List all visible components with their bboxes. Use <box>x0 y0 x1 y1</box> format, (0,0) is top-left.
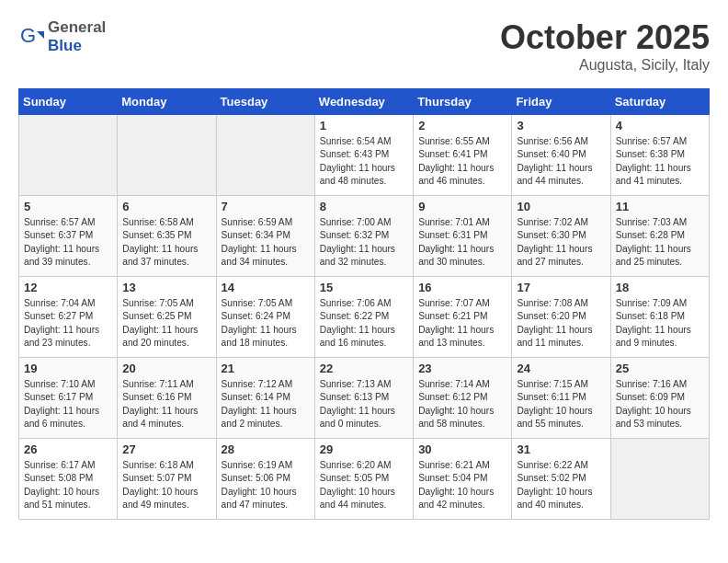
day-info: Sunrise: 6:59 AM Sunset: 6:34 PM Dayligh… <box>222 216 310 269</box>
title-block: October 2025 Augusta, Sicily, Italy <box>500 18 710 74</box>
day-info: Sunrise: 6:54 AM Sunset: 6:43 PM Dayligh… <box>320 135 408 188</box>
calendar-cell: 23Sunrise: 7:14 AM Sunset: 6:12 PM Dayli… <box>414 358 512 439</box>
day-number: 30 <box>418 442 506 456</box>
weekday-header: Tuesday <box>216 89 314 115</box>
calendar-cell <box>216 115 314 196</box>
day-info: Sunrise: 6:20 AM Sunset: 5:05 PM Dayligh… <box>320 459 408 511</box>
calendar-week-row: 1Sunrise: 6:54 AM Sunset: 6:43 PM Daylig… <box>19 115 710 196</box>
calendar-cell: 20Sunrise: 7:11 AM Sunset: 6:16 PM Dayli… <box>118 358 216 439</box>
calendar-header-row: SundayMondayTuesdayWednesdayThursdayFrid… <box>19 89 710 115</box>
day-info: Sunrise: 7:15 AM Sunset: 6:11 PM Dayligh… <box>517 378 605 431</box>
calendar-cell: 24Sunrise: 7:15 AM Sunset: 6:11 PM Dayli… <box>512 358 610 439</box>
day-info: Sunrise: 7:13 AM Sunset: 6:13 PM Dayligh… <box>320 378 408 431</box>
calendar-cell <box>19 115 118 196</box>
logo: G General Blue <box>18 18 106 55</box>
calendar-cell: 22Sunrise: 7:13 AM Sunset: 6:13 PM Dayli… <box>314 358 413 439</box>
calendar-cell: 16Sunrise: 7:07 AM Sunset: 6:21 PM Dayli… <box>414 277 512 358</box>
logo-icon: G <box>18 24 44 50</box>
calendar-cell: 5Sunrise: 6:57 AM Sunset: 6:37 PM Daylig… <box>19 196 118 277</box>
day-number: 13 <box>122 281 210 294</box>
page-header: G General Blue October 2025 Augusta, Sic… <box>18 18 710 74</box>
day-number: 31 <box>517 442 605 456</box>
day-number: 5 <box>24 200 112 213</box>
day-info: Sunrise: 7:01 AM Sunset: 6:31 PM Dayligh… <box>418 216 506 269</box>
day-info: Sunrise: 6:55 AM Sunset: 6:41 PM Dayligh… <box>418 135 506 188</box>
weekday-header: Saturday <box>610 89 709 115</box>
day-info: Sunrise: 6:57 AM Sunset: 6:38 PM Dayligh… <box>616 135 704 188</box>
weekday-header: Monday <box>118 89 216 115</box>
calendar-week-row: 5Sunrise: 6:57 AM Sunset: 6:37 PM Daylig… <box>19 196 710 277</box>
day-number: 6 <box>122 200 210 213</box>
day-info: Sunrise: 6:19 AM Sunset: 5:06 PM Dayligh… <box>222 459 310 511</box>
day-info: Sunrise: 6:22 AM Sunset: 5:02 PM Dayligh… <box>517 459 605 511</box>
calendar-cell: 19Sunrise: 7:10 AM Sunset: 6:17 PM Dayli… <box>19 358 118 439</box>
calendar-cell: 28Sunrise: 6:19 AM Sunset: 5:06 PM Dayli… <box>216 439 314 520</box>
calendar-cell: 31Sunrise: 6:22 AM Sunset: 5:02 PM Dayli… <box>512 439 610 520</box>
calendar-cell: 11Sunrise: 7:03 AM Sunset: 6:28 PM Dayli… <box>610 196 709 277</box>
day-number: 8 <box>320 200 408 213</box>
day-number: 20 <box>122 362 210 375</box>
calendar-cell: 26Sunrise: 6:17 AM Sunset: 5:08 PM Dayli… <box>19 439 118 520</box>
day-number: 4 <box>616 119 704 132</box>
calendar-cell: 8Sunrise: 7:00 AM Sunset: 6:32 PM Daylig… <box>314 196 413 277</box>
day-info: Sunrise: 7:07 AM Sunset: 6:21 PM Dayligh… <box>418 297 506 350</box>
calendar-cell: 17Sunrise: 7:08 AM Sunset: 6:20 PM Dayli… <box>512 277 610 358</box>
day-number: 3 <box>517 119 605 132</box>
day-number: 14 <box>222 281 310 294</box>
day-info: Sunrise: 6:56 AM Sunset: 6:40 PM Dayligh… <box>517 135 605 188</box>
location-title: Augusta, Sicily, Italy <box>500 57 710 74</box>
logo-general: General <box>48 18 106 36</box>
day-info: Sunrise: 7:00 AM Sunset: 6:32 PM Dayligh… <box>320 216 408 269</box>
calendar-cell: 29Sunrise: 6:20 AM Sunset: 5:05 PM Dayli… <box>314 439 413 520</box>
calendar-week-row: 12Sunrise: 7:04 AM Sunset: 6:27 PM Dayli… <box>19 277 710 358</box>
day-number: 10 <box>517 200 605 213</box>
day-info: Sunrise: 7:03 AM Sunset: 6:28 PM Dayligh… <box>616 216 704 269</box>
calendar-week-row: 19Sunrise: 7:10 AM Sunset: 6:17 PM Dayli… <box>19 358 710 439</box>
calendar-cell: 30Sunrise: 6:21 AM Sunset: 5:04 PM Dayli… <box>414 439 512 520</box>
day-info: Sunrise: 7:08 AM Sunset: 6:20 PM Dayligh… <box>517 297 605 350</box>
weekday-header: Wednesday <box>314 89 413 115</box>
day-number: 28 <box>222 442 310 456</box>
day-info: Sunrise: 7:14 AM Sunset: 6:12 PM Dayligh… <box>418 378 506 431</box>
day-info: Sunrise: 7:02 AM Sunset: 6:30 PM Dayligh… <box>517 216 605 269</box>
day-info: Sunrise: 6:17 AM Sunset: 5:08 PM Dayligh… <box>24 459 112 511</box>
calendar-cell: 15Sunrise: 7:06 AM Sunset: 6:22 PM Dayli… <box>314 277 413 358</box>
calendar-table: SundayMondayTuesdayWednesdayThursdayFrid… <box>18 88 710 520</box>
calendar-cell: 25Sunrise: 7:16 AM Sunset: 6:09 PM Dayli… <box>610 358 709 439</box>
day-number: 16 <box>418 281 506 294</box>
calendar-cell: 4Sunrise: 6:57 AM Sunset: 6:38 PM Daylig… <box>610 115 709 196</box>
calendar-cell: 21Sunrise: 7:12 AM Sunset: 6:14 PM Dayli… <box>216 358 314 439</box>
calendar-week-row: 26Sunrise: 6:17 AM Sunset: 5:08 PM Dayli… <box>19 439 710 520</box>
day-info: Sunrise: 7:09 AM Sunset: 6:18 PM Dayligh… <box>616 297 704 350</box>
svg-marker-2 <box>37 31 44 39</box>
logo-blue: Blue <box>48 37 82 54</box>
day-number: 1 <box>320 119 408 132</box>
svg-text:G: G <box>20 24 36 47</box>
day-info: Sunrise: 7:05 AM Sunset: 6:24 PM Dayligh… <box>222 297 310 350</box>
day-info: Sunrise: 7:11 AM Sunset: 6:16 PM Dayligh… <box>122 378 210 431</box>
day-number: 17 <box>517 281 605 294</box>
calendar-cell: 13Sunrise: 7:05 AM Sunset: 6:25 PM Dayli… <box>118 277 216 358</box>
day-number: 27 <box>122 442 210 456</box>
day-number: 15 <box>320 281 408 294</box>
day-number: 22 <box>320 362 408 375</box>
day-number: 25 <box>616 362 704 375</box>
day-number: 2 <box>418 119 506 132</box>
day-number: 7 <box>222 200 310 213</box>
calendar-cell: 18Sunrise: 7:09 AM Sunset: 6:18 PM Dayli… <box>610 277 709 358</box>
calendar-cell: 7Sunrise: 6:59 AM Sunset: 6:34 PM Daylig… <box>216 196 314 277</box>
day-number: 19 <box>24 362 112 375</box>
calendar-cell: 2Sunrise: 6:55 AM Sunset: 6:41 PM Daylig… <box>414 115 512 196</box>
calendar-cell <box>118 115 216 196</box>
calendar-cell <box>610 439 709 520</box>
calendar-cell: 12Sunrise: 7:04 AM Sunset: 6:27 PM Dayli… <box>19 277 118 358</box>
calendar-cell: 9Sunrise: 7:01 AM Sunset: 6:31 PM Daylig… <box>414 196 512 277</box>
day-number: 26 <box>24 442 112 456</box>
day-info: Sunrise: 7:05 AM Sunset: 6:25 PM Dayligh… <box>122 297 210 350</box>
day-info: Sunrise: 6:18 AM Sunset: 5:07 PM Dayligh… <box>122 459 210 511</box>
day-number: 9 <box>418 200 506 213</box>
day-info: Sunrise: 6:57 AM Sunset: 6:37 PM Dayligh… <box>24 216 112 269</box>
calendar-cell: 14Sunrise: 7:05 AM Sunset: 6:24 PM Dayli… <box>216 277 314 358</box>
weekday-header: Sunday <box>19 89 118 115</box>
day-number: 29 <box>320 442 408 456</box>
